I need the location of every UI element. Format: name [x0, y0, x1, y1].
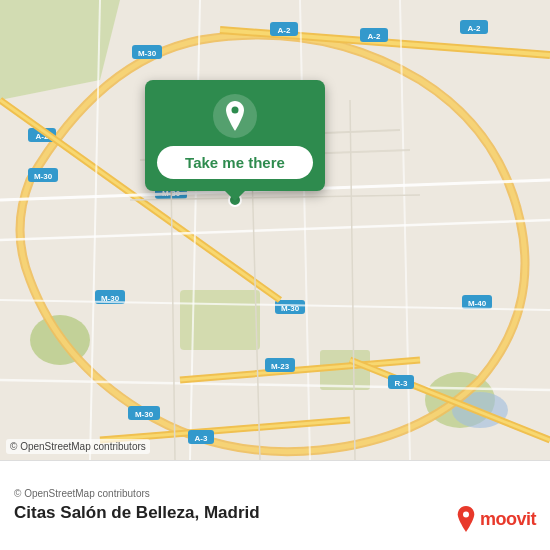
osm-attribution: © OpenStreetMap contributors: [14, 488, 536, 499]
bottom-bar: © OpenStreetMap contributors Citas Salón…: [0, 460, 550, 550]
svg-text:M-30: M-30: [138, 49, 157, 58]
svg-text:R-3: R-3: [395, 379, 408, 388]
svg-text:A-3: A-3: [195, 434, 208, 443]
svg-point-61: [232, 107, 239, 114]
map-attribution: © OpenStreetMap contributors: [6, 439, 150, 454]
moovit-logo: moovit: [455, 506, 536, 532]
svg-text:M-40: M-40: [468, 299, 487, 308]
svg-text:A-2: A-2: [468, 24, 481, 33]
svg-text:M-23: M-23: [271, 362, 290, 371]
location-icon-wrap: [213, 94, 257, 138]
moovit-logo-text: moovit: [480, 509, 536, 530]
svg-point-62: [463, 512, 469, 518]
popup-card: Take me there: [145, 80, 325, 191]
map-pin-icon: [222, 101, 248, 131]
map-container: A-2 A-2 A-2 M-30 M-30 M-30 M-30 M-40 A-2…: [0, 0, 550, 460]
svg-text:A-2: A-2: [368, 32, 381, 41]
moovit-pin-icon: [455, 506, 477, 532]
take-me-there-button[interactable]: Take me there: [157, 146, 313, 179]
svg-text:A-2: A-2: [278, 26, 291, 35]
svg-text:M-30: M-30: [34, 172, 53, 181]
svg-text:M-30: M-30: [135, 410, 154, 419]
